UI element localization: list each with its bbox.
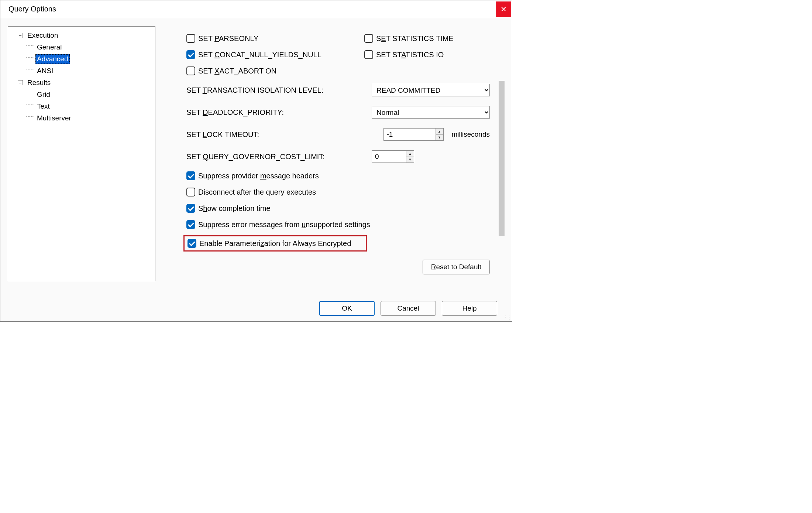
enable-param-checkbox[interactable] xyxy=(187,239,196,248)
lock-timeout-label: SET LOCK TIMEOUT: xyxy=(186,130,378,139)
query-gov-input[interactable] xyxy=(372,151,406,163)
disconnect-after-checkbox[interactable] xyxy=(186,188,195,196)
cancel-button[interactable]: Cancel xyxy=(381,301,436,316)
query-gov-label: SET QUERY_GOVERNOR_COST_LIMIT: xyxy=(186,153,367,161)
iso-level-select[interactable]: READ COMMITTED xyxy=(372,84,490,96)
deadlock-label: SET DEADLOCK_PRIORITY: xyxy=(186,108,367,117)
stats-time-label: SET STATISTICS TIME xyxy=(376,34,454,43)
dialog-buttons: OK Cancel Help xyxy=(0,295,512,321)
spinner-up-icon[interactable]: ▲ xyxy=(406,151,414,157)
suppress-headers-label: Suppress provider message headers xyxy=(198,172,319,180)
resize-grip-icon[interactable]: . .. . . xyxy=(505,314,510,320)
lock-timeout-unit: milliseconds xyxy=(452,130,490,138)
tree-node-execution[interactable]: − Execution xyxy=(10,30,154,41)
ok-button[interactable]: OK xyxy=(319,301,375,316)
tree-node-results[interactable]: − Results xyxy=(10,77,154,89)
tree-node-advanced[interactable]: Advanced xyxy=(10,53,154,65)
spinner-down-icon[interactable]: ▼ xyxy=(436,135,443,141)
query-gov-spinner[interactable]: ▲ ▼ xyxy=(372,150,414,163)
window-title: Query Options xyxy=(0,5,56,13)
collapse-icon[interactable]: − xyxy=(18,33,23,38)
scrollbar[interactable] xyxy=(499,81,505,236)
close-icon: ✕ xyxy=(500,5,507,14)
concat-nyn-label: SET CONCAT_NULL_YIELDS_NULL xyxy=(198,51,321,59)
help-button[interactable]: Help xyxy=(442,301,497,316)
lock-timeout-input[interactable] xyxy=(384,129,436,140)
iso-level-label: SET TRANSACTION ISOLATION LEVEL: xyxy=(186,86,367,95)
concat-nyn-checkbox[interactable] xyxy=(186,50,195,59)
titlebar: Query Options ✕ xyxy=(0,0,512,18)
close-button[interactable]: ✕ xyxy=(496,1,511,17)
disconnect-after-label: Disconnect after the query executes xyxy=(198,188,316,196)
collapse-icon[interactable]: − xyxy=(18,80,23,85)
xact-abort-label: SET XACT_ABORT ON xyxy=(198,67,276,75)
spinner-down-icon[interactable]: ▼ xyxy=(406,157,414,163)
parseonly-label: SET PARSEONLY xyxy=(198,34,258,43)
suppress-headers-checkbox[interactable] xyxy=(186,171,195,180)
tree-node-general[interactable]: General xyxy=(10,41,154,53)
highlighted-option: Enable Parameterization for Always Encry… xyxy=(183,235,367,252)
tree-node-ansi[interactable]: ANSI xyxy=(10,65,154,77)
spinner-up-icon[interactable]: ▲ xyxy=(436,129,443,135)
lock-timeout-spinner[interactable]: ▲ ▼ xyxy=(383,128,444,141)
parseonly-checkbox[interactable] xyxy=(186,34,195,43)
deadlock-select[interactable]: Normal xyxy=(372,106,490,119)
cutoff-row: SET NOEXEC SET SHOWPLAN_TEXT xyxy=(186,26,490,28)
reset-to-default-button[interactable]: Reset to Default xyxy=(423,260,490,274)
navigation-tree: − Execution General xyxy=(8,26,155,281)
suppress-errors-checkbox[interactable] xyxy=(186,220,195,229)
tree-node-grid[interactable]: Grid xyxy=(10,89,154,100)
tree-node-text[interactable]: Text xyxy=(10,100,154,112)
xact-abort-checkbox[interactable] xyxy=(186,66,195,75)
suppress-errors-label: Suppress error messages from unsupported… xyxy=(198,220,370,229)
show-completion-checkbox[interactable] xyxy=(186,204,195,213)
query-options-dialog: Query Options ✕ − Execution xyxy=(0,0,512,322)
options-content: SET NOEXEC SET SHOWPLAN_TEXT SE xyxy=(164,26,505,281)
stats-io-checkbox[interactable] xyxy=(364,50,373,59)
stats-io-label: SET STATISTICS IO xyxy=(376,51,444,59)
tree-node-multiserver[interactable]: Multiserver xyxy=(10,112,154,124)
enable-param-label: Enable Parameterization for Always Encry… xyxy=(199,239,351,248)
stats-time-checkbox[interactable] xyxy=(364,34,373,43)
show-completion-label: Show completion time xyxy=(198,204,271,213)
